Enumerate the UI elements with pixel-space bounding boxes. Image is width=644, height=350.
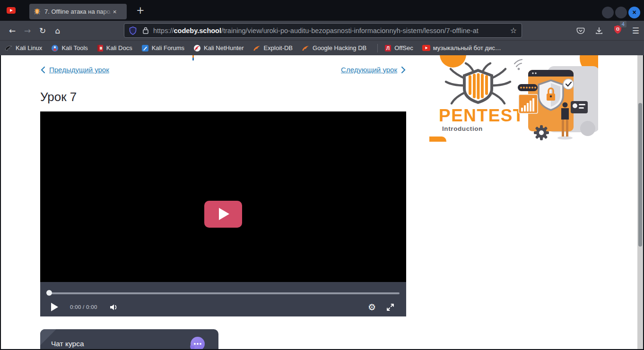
video-time: 0:00 / 0:00 xyxy=(70,304,97,310)
window-controls: × xyxy=(601,7,640,18)
exploit-db-icon xyxy=(253,45,261,51)
bookmark-google-hacking-db[interactable]: Google Hacking DB xyxy=(302,44,366,51)
window-titlebar: 7. Offline атака на пароли × + × xyxy=(0,0,644,21)
bookmark-kali-forums[interactable]: Kali Forums xyxy=(141,44,184,52)
pinned-tab-youtube-icon[interactable] xyxy=(7,7,16,14)
offsec-icon: Л xyxy=(384,44,392,52)
lock-icon xyxy=(142,26,149,34)
url-text[interactable]: https://codeby.school/training/view/urok… xyxy=(153,27,507,34)
kali-tools-icon xyxy=(51,44,59,52)
bookmark-kali-tools[interactable]: Kali Tools xyxy=(51,44,87,52)
page-scrollbar-thumb[interactable] xyxy=(638,103,642,247)
reload-icon[interactable]: ↻ xyxy=(35,26,50,35)
sidebar: PENTEST Introduction xyxy=(429,55,598,144)
google-hacking-db-icon xyxy=(302,45,310,51)
bookmark-kali-nethunter[interactable]: Kali NetHunter xyxy=(193,44,244,52)
video-progress-knob[interactable] xyxy=(46,290,52,296)
promo-illustration xyxy=(514,60,598,140)
extension-button[interactable]: 4 xyxy=(613,25,622,36)
chevron-right-icon xyxy=(401,66,406,74)
video-controls: 0:00 / 0:00 ⚙ xyxy=(40,282,406,316)
pentest-promo-image: PENTEST Introduction xyxy=(429,55,598,142)
video-play-button[interactable] xyxy=(204,201,242,228)
url-bar[interactable]: https://codeby.school/training/view/urok… xyxy=(124,23,522,38)
new-tab-button[interactable]: + xyxy=(136,5,145,16)
kali-docs-icon xyxy=(97,44,104,52)
browser-toolbar: ← → ↻ ⌂ https://codeby.school/training/v… xyxy=(0,21,644,40)
home-icon[interactable]: ⌂ xyxy=(50,26,65,35)
bookmarks-separator xyxy=(377,44,378,52)
clipped-header-artifact xyxy=(192,55,194,60)
page-content: Предыдущий урок Следующий урок Урок 7 0:… xyxy=(1,55,643,349)
course-chat-card[interactable]: Чат курса xyxy=(40,329,218,349)
tab-title: 7. Offline атака на пароли xyxy=(44,8,111,15)
menu-icon[interactable]: ☰ xyxy=(632,26,639,35)
video-settings-gear-icon[interactable]: ⚙ xyxy=(368,302,376,312)
chevron-left-icon xyxy=(40,66,45,74)
bookmarks-toolbar: Kali Linux Kali Tools Kali Docs Kali For… xyxy=(0,40,644,55)
fullscreen-icon[interactable] xyxy=(386,303,394,311)
next-lesson-link[interactable]: Следующий урок xyxy=(341,66,406,74)
chat-title: Чат курса xyxy=(51,340,84,348)
kali-linux-icon xyxy=(5,44,13,51)
pocket-icon[interactable] xyxy=(576,26,585,35)
back-icon[interactable]: ← xyxy=(5,26,20,35)
lesson-navigation: Предыдущий урок Следующий урок xyxy=(40,66,406,74)
bookmark-offsec[interactable]: Л OffSec xyxy=(384,44,413,52)
forward-icon[interactable]: → xyxy=(20,26,35,35)
browser-tab[interactable]: 7. Offline атака на пароли × xyxy=(29,4,127,19)
bug-shield-logo xyxy=(446,63,510,103)
previous-lesson-link[interactable]: Предыдущий урок xyxy=(40,66,109,74)
video-screen[interactable] xyxy=(40,111,406,282)
video-progress-track[interactable] xyxy=(47,292,400,294)
svg-text:PENTEST: PENTEST xyxy=(439,106,524,125)
tab-title-fade xyxy=(101,4,113,19)
volume-icon[interactable] xyxy=(109,303,119,311)
svg-text:Introduction: Introduction xyxy=(442,125,483,132)
bookmark-kali-docs[interactable]: Kali Docs xyxy=(97,44,132,52)
maximize-button[interactable] xyxy=(615,7,627,18)
bookmark-music-bot[interactable]: музыкальный бот дис… xyxy=(422,44,501,51)
svg-text:Л: Л xyxy=(386,46,390,51)
youtube-icon xyxy=(422,45,430,51)
kali-nethunter-icon xyxy=(193,44,201,52)
bookmark-star-icon[interactable]: ☆ xyxy=(510,26,517,35)
downloads-icon[interactable] xyxy=(595,26,603,35)
kali-forums-icon xyxy=(141,44,149,52)
extension-badge: 4 xyxy=(620,21,627,27)
minimize-button[interactable] xyxy=(602,7,614,18)
page-scrollbar[interactable] xyxy=(637,55,643,349)
lesson-heading: Урок 7 xyxy=(40,90,77,104)
video-player: 0:00 / 0:00 ⚙ xyxy=(40,111,406,316)
bookmark-kali-linux[interactable]: Kali Linux xyxy=(5,44,42,51)
close-button[interactable]: × xyxy=(628,7,640,18)
tracking-protection-shield-icon[interactable] xyxy=(129,26,137,35)
play-icon[interactable] xyxy=(51,303,58,311)
codeby-favicon-icon xyxy=(33,8,41,16)
chat-bubble-icon[interactable] xyxy=(191,337,205,349)
bookmark-exploit-db[interactable]: Exploit-DB xyxy=(253,44,293,51)
